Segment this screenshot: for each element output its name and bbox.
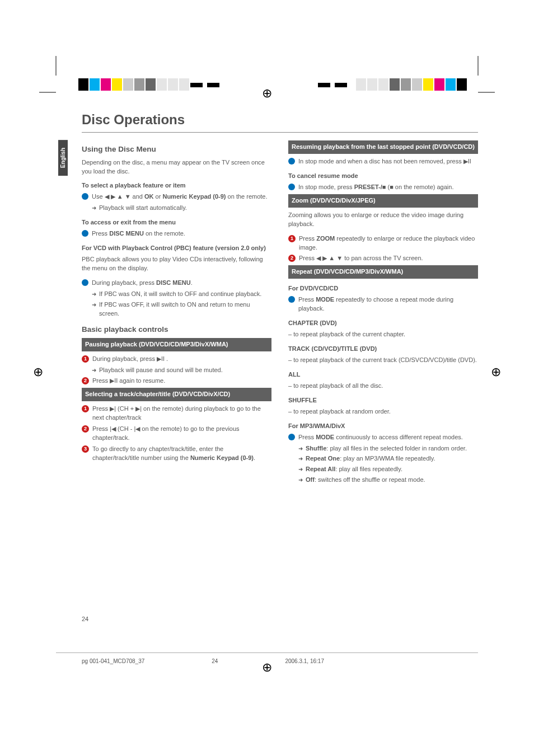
step-number-2-icon: 2 (288, 255, 296, 262)
using-intro-text: Depending on the disc, a menu may appear… (82, 158, 271, 176)
zoom-1-text: Press ZOOM repeatedly to enlarge or redu… (299, 234, 478, 252)
vcd-arrow-1: If PBC was ON, it will switch to OFF and… (92, 290, 271, 299)
mp3-repeat-all-line: Repeat All: play all files repeatedly. (298, 465, 478, 474)
bullet-icon (82, 193, 88, 200)
bullet-icon (288, 296, 295, 303)
bullet-icon (288, 434, 295, 440)
footer-date: 2006.3.1, 16:17 (285, 658, 324, 664)
heading-access-menu: To access or exit from the menu (82, 218, 271, 227)
mp3-step: Press MODE continuously to access differ… (288, 433, 478, 442)
select-track-2-text: Press |◀ (CH - |◀ on the remote) to go t… (92, 425, 271, 443)
print-registration-bars (0, 0, 534, 101)
zoom-step-2: 2 Press ◀ ▶ ▲ ▼ to pan across the TV scr… (288, 254, 478, 263)
bar-pausing: Pausing playback (DVD/VCD/CD/MP3/DivX/WM… (82, 338, 271, 351)
heading-shuffle: SHUFFLE (288, 396, 478, 405)
step-number-2-icon: 2 (82, 425, 89, 433)
page-title: Disc Operations (82, 112, 478, 128)
language-tab: English (58, 140, 68, 176)
pause-step-2: 2 Press ▶II again to resume. (82, 377, 271, 386)
svg-rect-4 (123, 78, 133, 91)
track-line: to repeat playback of the current track … (288, 356, 478, 365)
repeat-dvd-step: Press MODE repeatedly to choose a repeat… (288, 295, 478, 313)
svg-rect-19 (412, 78, 422, 91)
step-number-3-icon: 3 (82, 445, 89, 453)
pause-step-2-text: Press ▶II again to resume. (92, 377, 271, 386)
footer-divider (56, 652, 478, 653)
heading-track: TRACK (CD/VCD)/TITLE (DVD) (288, 345, 478, 354)
registration-mark-top-icon (262, 86, 272, 101)
mp3-off-line: Off: switches off the shuffle or repeat … (298, 476, 478, 485)
select-track-1-text: Press ▶| (CH + ▶| on the remote) during … (92, 405, 271, 422)
step-number-1-icon: 1 (288, 235, 296, 242)
select-feature-step: Use ◀ ▶ ▲ ▼ and OK or Numeric Keypad (0-… (82, 192, 271, 201)
vcd-step: During playback, press DISC MENU. (82, 279, 271, 288)
zoom-step-1: 1 Press ZOOM repeatedly to enlarge or re… (288, 234, 478, 252)
heading-for-dvd: For DVD/VCD/CD (288, 284, 478, 293)
registration-mark-left-icon (33, 365, 43, 379)
svg-rect-10 (190, 83, 203, 87)
page-number: 24 (82, 616, 88, 622)
footer-page: 24 (212, 658, 218, 664)
page-content: English Disc Operations Using the Disc M… (82, 112, 478, 486)
svg-rect-13 (335, 83, 347, 87)
svg-rect-1 (90, 78, 100, 91)
bar-resuming: Resuming playback from the last stopped … (288, 140, 478, 154)
heading-using-disc-menu: Using the Disc Menu (82, 144, 271, 155)
select-track-3-text: To go directly to any chapter/track/titl… (92, 445, 271, 463)
bar-repeat: Repeat (DVD/VCD/CD/MP3/DivX/WMA) (288, 265, 478, 279)
zoom-intro-text: Zooming allows you to enlarge or reduce … (288, 211, 478, 229)
step-number-1-icon: 1 (82, 355, 89, 363)
bullet-icon (82, 230, 88, 237)
pause-arrow: Playback will pause and sound will be mu… (92, 366, 271, 375)
shuffle-line: to repeat playback at random order. (288, 407, 478, 416)
bullet-icon (288, 158, 295, 165)
svg-rect-23 (457, 78, 467, 91)
vcd-step-text: During playback, press DISC MENU. (92, 279, 271, 288)
heading-for-mp3: For MP3/WMA/DivX (288, 422, 478, 431)
heading-select-feature: To select a playback feature or item (82, 181, 271, 190)
access-menu-step: Press DISC MENU on the remote. (82, 229, 271, 238)
right-column: Resuming playback from the last stopped … (288, 138, 478, 486)
svg-rect-0 (78, 78, 88, 91)
bar-selecting-track: Selecting a track/chapter/title (DVD/VCD… (82, 388, 271, 401)
svg-rect-22 (446, 78, 456, 91)
vcd-arrow-2: If PBC was OFF, it will switch to ON and… (92, 300, 271, 318)
heading-chapter: CHAPTER (DVD) (288, 319, 478, 328)
mp3-repeat-one-line: Repeat One: play an MP3/WMA file repeate… (298, 454, 478, 463)
svg-rect-16 (378, 78, 388, 91)
select-feature-text: Use ◀ ▶ ▲ ▼ and OK or Numeric Keypad (0-… (92, 192, 271, 201)
svg-rect-2 (101, 78, 111, 91)
svg-rect-18 (401, 78, 411, 91)
svg-rect-5 (134, 78, 144, 91)
svg-rect-11 (207, 83, 219, 87)
select-track-step-3: 3 To go directly to any chapter/track/ti… (82, 445, 271, 463)
step-number-1-icon: 1 (82, 405, 89, 412)
resume-step: In stop mode and when a disc has not bee… (288, 157, 478, 166)
select-track-step-1: 1 Press ▶| (CH + ▶| on the remote) durin… (82, 405, 271, 422)
step-number-2-icon: 2 (82, 377, 89, 384)
title-divider (82, 132, 478, 133)
svg-rect-15 (367, 78, 377, 91)
footer-line: pg 001-041_MCD708_37 24 2006.3.1, 16:17 (82, 658, 324, 664)
svg-rect-21 (434, 78, 444, 91)
svg-rect-7 (157, 78, 167, 91)
zoom-2-text: Press ◀ ▶ ▲ ▼ to pan across the TV scree… (299, 254, 478, 263)
select-arrow-result: Playback will start automatically. (92, 204, 271, 213)
svg-rect-20 (423, 78, 433, 91)
registration-mark-right-icon (491, 365, 501, 379)
svg-rect-12 (318, 83, 330, 87)
mp3-shuffle-line: Shuffle: play all files in the selected … (298, 444, 478, 453)
all-line: to repeat playback of all the disc. (288, 382, 478, 391)
heading-all: ALL (288, 370, 478, 379)
cancel-resume-text: In stop mode, press PRESET-/■ (■ on the … (298, 183, 478, 192)
bullet-icon (288, 184, 295, 190)
left-column: Using the Disc Menu Depending on the dis… (82, 138, 271, 486)
repeat-dvd-text: Press MODE repeatedly to choose a repeat… (298, 295, 478, 313)
resume-text: In stop mode and when a disc has not bee… (298, 157, 478, 166)
svg-rect-6 (146, 78, 156, 91)
heading-vcd-pbc: For VCD with Playback Control (PBC) feat… (82, 244, 271, 253)
bullet-icon (82, 279, 88, 286)
pause-step-1: 1 During playback, press ▶II . (82, 355, 271, 364)
svg-rect-3 (112, 78, 122, 91)
bar-zoom: Zoom (DVD/VCD/DivX/JPEG) (288, 194, 478, 208)
